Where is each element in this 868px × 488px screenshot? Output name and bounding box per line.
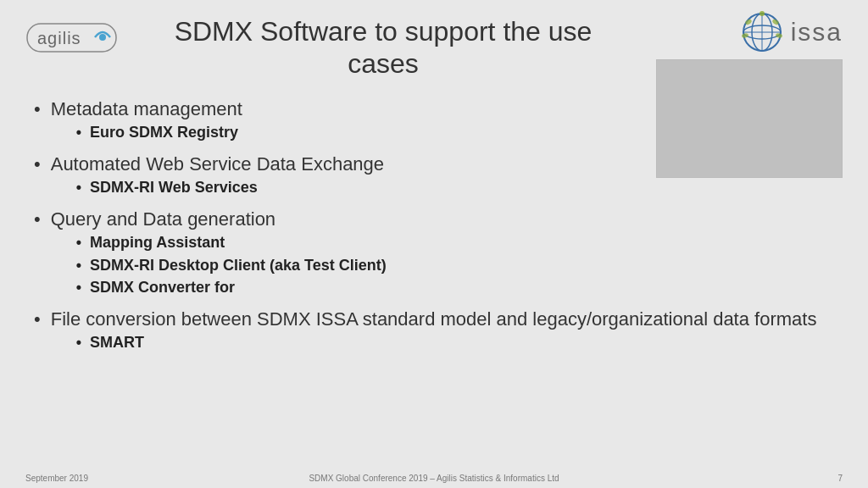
slide-title: SDMX Software to support the use cases — [136, 15, 631, 80]
sub-bullet-text: Mapping Assistant — [90, 233, 225, 252]
bullet-text: Query and Data generation — [51, 208, 387, 232]
footer-page-number: 7 — [570, 474, 843, 483]
svg-text:agilis: agilis — [37, 29, 81, 47]
sub-list: Euro SDMX Registry — [51, 123, 242, 145]
bullet-item-content: Query and Data generation Mapping Assist… — [51, 208, 387, 301]
sub-list-item: SDMX-RI Desktop Client (aka Test Client) — [51, 256, 387, 275]
sub-list-item: SDMX-RI Web Services — [51, 178, 384, 197]
sub-bullet-text: Euro SDMX Registry — [90, 123, 238, 142]
list-item: File conversion between SDMX ISSA standa… — [34, 308, 834, 356]
footer: September 2019 SDMX Global Conference 20… — [0, 469, 868, 488]
footer-date: September 2019 — [25, 474, 298, 483]
sub-bullet-text: SMART — [90, 333, 144, 352]
sub-list: SDMX-RI Web Services — [51, 178, 384, 200]
sub-bullet-text: SDMX-RI Desktop Client (aka Test Client) — [90, 256, 387, 275]
sub-bullet-text: SDMX Converter for — [90, 278, 235, 297]
sub-list-item: Mapping Assistant — [51, 233, 387, 252]
bullet-item-content: Metadata management Euro SDMX Registry — [51, 97, 242, 146]
footer-conference: SDMX Global Conference 2019 – Agilis Sta… — [298, 474, 570, 483]
bullet-text: Automated Web Service Data Exchange — [51, 152, 384, 177]
list-item: Query and Data generation Mapping Assist… — [34, 208, 834, 301]
sub-list-item: SDMX Converter for — [51, 278, 387, 297]
sub-list: Mapping Assistant SDMX-RI Desktop Client… — [51, 233, 387, 300]
logo-area: agilis — [25, 19, 119, 57]
sub-list-item: SMART — [51, 333, 817, 352]
bullet-text: Metadata management — [51, 97, 242, 122]
sub-bullet-text: SDMX-RI Web Services — [90, 178, 258, 197]
bullet-text: File conversion between SDMX ISSA standa… — [51, 308, 817, 332]
sub-list-item: Euro SDMX Registry — [51, 123, 242, 142]
svg-point-12 — [99, 34, 106, 41]
slide: issa agilis SDMX Software to support the… — [0, 0, 868, 488]
agilis-logo-svg: agilis — [25, 19, 119, 57]
header-right-spacer — [648, 15, 843, 24]
title-area: SDMX Software to support the use cases — [119, 15, 648, 80]
bullet-item-content: File conversion between SDMX ISSA standa… — [51, 308, 817, 356]
sub-list: SMART — [51, 333, 817, 355]
bullet-item-content: Automated Web Service Data Exchange SDMX… — [51, 152, 384, 201]
top-right-image — [656, 59, 843, 178]
